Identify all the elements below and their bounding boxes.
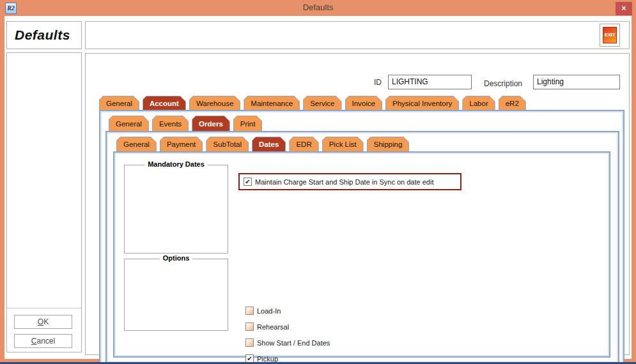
tab-label: General [100,96,139,110]
tab-label: Shipping [368,137,409,151]
checkbox-row-load-in: Load-In [245,307,281,315]
tab-label: Pick List [323,137,363,151]
tab-row-account: GeneralEventsOrdersPrint [109,116,265,131]
client-area: Defaults OK Cancel EXIT ID LIGHTING Desc… [4,16,632,359]
tab-label: Events [153,116,188,131]
page-title: Defaults [7,22,81,49]
tab-label: SubTotal [206,137,248,151]
tab-row-orders: GeneralPaymentSubTotalDatesEDRPick ListS… [116,137,412,151]
mandatory-dates-group: Mandatory Dates Load-InRehearsalShow Sta… [124,165,228,254]
tab-general[interactable]: General [116,137,157,151]
tab-maintenance[interactable]: Maintenance [244,96,300,110]
tab-label: Service [304,96,341,110]
exit-button[interactable]: EXIT [603,27,617,43]
cancel-button[interactable]: Cancel [14,334,72,348]
sidebar-divider [7,53,81,308]
checkbox-label-pickup: Pickup [257,355,278,363]
checkbox-row-rehearsal: Rehearsal [245,322,289,331]
page-title-box: Defaults [6,21,82,49]
tab-label: Orders [192,116,229,131]
tab-labor[interactable]: Labor [462,96,495,110]
tab-pick-list[interactable]: Pick List [322,137,364,151]
tab-shipping[interactable]: Shipping [367,137,410,151]
window-title: Defaults [0,3,636,12]
tab-payment[interactable]: Payment [160,137,203,151]
tab-print[interactable]: Print [233,116,263,131]
tab-general[interactable]: General [109,116,149,131]
tab-label: Dates [252,137,285,151]
options-group: Options Skip Returned LinesView Affected… [124,259,228,331]
id-input[interactable]: LIGHTING [388,75,472,89]
tab-label: Account [143,96,185,110]
tab-label: eR2 [499,96,525,110]
tab-subtotal[interactable]: SubTotal [206,137,249,151]
tab-label: Maintenance [244,96,299,110]
mandatory-dates-legend: Mandatory Dates [144,160,208,168]
tab-label: Print [234,116,262,131]
tab-label: Warehouse [190,96,240,110]
sidebar-list [6,52,82,353]
tab-label: Labor [463,96,494,110]
tab-label: Physical Inventory [386,96,458,110]
checkbox-rehearsal[interactable] [245,322,254,331]
ok-button[interactable]: OK [14,315,72,329]
tab-label: Payment [160,137,202,151]
tab-physical-inventory[interactable]: Physical Inventory [385,96,459,110]
checkbox-label-show-start-end-dates: Show Start / End Dates [257,339,330,347]
tab-orders[interactable]: Orders [192,116,230,131]
description-input[interactable]: Lighting [533,75,620,89]
tab-edr[interactable]: EDR [289,137,318,151]
highlight-annotation: ✔ Maintain Charge Start and Ship Date in… [238,173,461,190]
exit-button-frame: EXIT [600,24,620,47]
id-label: ID [374,78,382,87]
description-label: Description [484,79,522,88]
tab-account[interactable]: Account [143,96,186,110]
tab-label: EDR [290,137,318,151]
tab-er2[interactable]: eR2 [499,96,526,110]
titlebar[interactable]: R2 Defaults × [0,0,636,16]
tab-service[interactable]: Service [303,96,341,110]
maintain-sync-label: Maintain Charge Start and Ship Date in S… [255,178,433,186]
tab-dates[interactable]: Dates [252,137,286,151]
tab-invoice[interactable]: Invoice [345,96,382,110]
checkbox-row-show-start-end-dates: Show Start / End Dates [245,338,330,347]
tab-warehouse[interactable]: Warehouse [189,96,240,110]
options-legend: Options [160,254,193,262]
close-icon[interactable]: × [616,2,632,15]
tab-label: Invoice [346,96,382,110]
checkbox-load-in[interactable] [245,307,254,315]
tab-general[interactable]: General [99,96,139,110]
checkbox-label-rehearsal: Rehearsal [257,323,289,331]
tab-label: General [117,137,156,151]
checkbox-show-start-end-dates[interactable] [245,338,254,347]
checkbox-label-load-in: Load-In [257,307,281,315]
defaults-window: R2 Defaults × Defaults OK Cancel EXIT ID… [0,0,636,364]
maintain-sync-checkbox[interactable]: ✔ [244,178,252,186]
tab-events[interactable]: Events [152,116,189,131]
toolbar: EXIT [85,21,630,49]
tab-label: General [109,116,148,131]
tab-row-main: GeneralAccountWarehouseMaintenanceServic… [99,96,529,110]
